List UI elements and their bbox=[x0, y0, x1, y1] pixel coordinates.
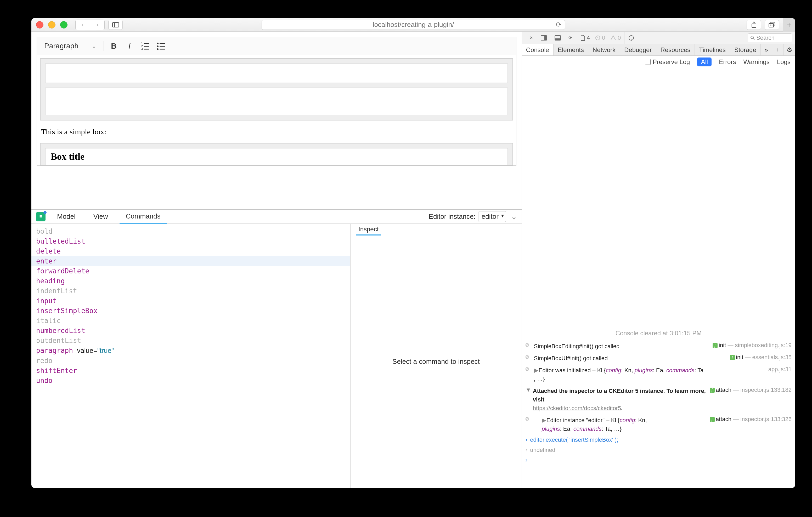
simple-box-empty[interactable] bbox=[40, 58, 513, 121]
devtools-search[interactable]: Search bbox=[748, 33, 792, 42]
editor-area: Paragraph ⌄ B I 123 bbox=[31, 32, 522, 209]
command-redo[interactable]: redo bbox=[31, 356, 350, 366]
svg-line-31 bbox=[753, 38, 754, 40]
devtools-settings-button[interactable]: ⚙ bbox=[784, 44, 795, 55]
devtools-tab-network[interactable]: Network bbox=[588, 44, 620, 55]
devtools-tab-debugger[interactable]: Debugger bbox=[620, 44, 656, 55]
devtools-tab-storage[interactable]: Storage bbox=[730, 44, 761, 55]
command-italic[interactable]: italic bbox=[31, 316, 350, 326]
time-badge[interactable]: 0 bbox=[592, 34, 608, 41]
command-forwardDelete[interactable]: forwardDelete bbox=[31, 266, 350, 276]
command-numberedList[interactable]: numberedList bbox=[31, 326, 350, 336]
warnings-badge[interactable]: 0 bbox=[608, 34, 624, 41]
simple-box-filled[interactable]: Box title bbox=[40, 143, 513, 165]
devtools-tab-more[interactable]: » bbox=[761, 44, 772, 55]
devtools-toolbar: ✕ ⟳ 4 0 0 bbox=[522, 32, 795, 44]
ckeditor-content[interactable]: This is a simple box: Box title bbox=[37, 55, 516, 165]
collapse-inspector-button[interactable]: ⌄ bbox=[511, 212, 517, 221]
zoom-window-button[interactable] bbox=[60, 21, 67, 29]
filter-logs[interactable]: Logs bbox=[777, 58, 790, 66]
console-line[interactable]: ▼ Attached the inspector to a CKEditor 5… bbox=[522, 385, 795, 414]
console-history-line[interactable]: ›editor.execute( 'insertSimpleBox' ); bbox=[522, 435, 795, 445]
devtools-tab-console[interactable]: Console bbox=[522, 44, 554, 55]
toolbar-right bbox=[747, 20, 779, 30]
svg-point-12 bbox=[157, 42, 158, 44]
resources-badge[interactable]: 4 bbox=[578, 34, 592, 41]
command-shiftEnter[interactable]: shiftEnter bbox=[31, 366, 350, 375]
minimize-window-button[interactable] bbox=[48, 21, 55, 29]
url-bar[interactable]: localhost/creating-a-plugin/ ⟳ bbox=[262, 20, 565, 30]
inspector-tabbar: ≡ Model View Commands Editor instance: e… bbox=[31, 210, 522, 224]
titlebar: ‹ › localhost/creating-a-plugin/ ⟳ + bbox=[31, 18, 795, 32]
inspect-pane: Inspect Select a command to inspect bbox=[351, 224, 522, 488]
svg-text:2: 2 bbox=[141, 45, 143, 48]
inspect-empty-message: Select a command to inspect bbox=[351, 235, 522, 488]
tabs-button[interactable] bbox=[765, 20, 779, 30]
ckeditor-toolbar: Paragraph ⌄ B I 123 bbox=[37, 37, 516, 55]
console-prompt[interactable]: › bbox=[522, 455, 795, 465]
simple-box-title-empty[interactable] bbox=[45, 63, 508, 83]
close-devtools-button[interactable]: ✕ bbox=[525, 32, 538, 44]
bold-button[interactable]: B bbox=[107, 39, 121, 53]
command-input[interactable]: input bbox=[31, 296, 350, 306]
devtools-tab-new[interactable]: + bbox=[772, 44, 784, 55]
new-tab-button[interactable]: + bbox=[783, 18, 795, 32]
sidebar-toggle-button[interactable] bbox=[108, 20, 123, 30]
command-outdentList[interactable]: outdentList bbox=[31, 336, 350, 345]
filter-all[interactable]: All bbox=[697, 58, 712, 66]
console-line[interactable]: ⎚ ▶Editor instance "editor" – Kl {config… bbox=[522, 414, 795, 435]
simple-box-title[interactable]: Box title bbox=[45, 148, 508, 165]
element-selection-button[interactable] bbox=[625, 32, 638, 44]
console-line[interactable]: ⎚ SimpleBoxUI#init() got called ƒinit — … bbox=[522, 352, 795, 364]
inspector-tab-commands[interactable]: Commands bbox=[120, 210, 167, 224]
command-indentList[interactable]: indentList bbox=[31, 286, 350, 296]
command-enter[interactable]: enter bbox=[31, 256, 350, 266]
bulleted-list-button[interactable] bbox=[153, 39, 168, 53]
inspect-tab[interactable]: Inspect bbox=[356, 224, 381, 236]
document-icon bbox=[580, 35, 585, 41]
inspector-tab-model[interactable]: Model bbox=[51, 210, 82, 224]
share-button[interactable] bbox=[747, 20, 761, 30]
safari-devtools: ✕ ⟳ 4 0 0 bbox=[522, 32, 795, 488]
close-window-button[interactable] bbox=[36, 21, 44, 29]
nav-buttons: ‹ › bbox=[75, 20, 105, 30]
bold-icon: B bbox=[111, 41, 117, 51]
svg-rect-4 bbox=[769, 24, 774, 27]
command-paragraph[interactable]: paragraph value="true" bbox=[31, 345, 350, 356]
devtools-tab-resources[interactable]: Resources bbox=[656, 44, 695, 55]
devtools-tab-elements[interactable]: Elements bbox=[554, 44, 588, 55]
instance-select[interactable]: editor bbox=[478, 211, 506, 222]
numbered-list-button[interactable]: 123 bbox=[138, 39, 152, 53]
back-button[interactable]: ‹ bbox=[76, 20, 90, 30]
preserve-log-checkbox[interactable]: Preserve Log bbox=[645, 58, 690, 66]
svg-point-30 bbox=[751, 36, 753, 39]
dock-side-button[interactable] bbox=[538, 32, 550, 44]
instance-label: Editor instance: bbox=[429, 213, 475, 221]
filter-errors[interactable]: Errors bbox=[719, 58, 736, 66]
simple-box-body-empty[interactable] bbox=[45, 88, 508, 115]
command-bulletedList[interactable]: bulletedList bbox=[31, 236, 350, 246]
paragraph-text[interactable]: This is a simple box: bbox=[41, 127, 512, 136]
svg-rect-19 bbox=[544, 35, 547, 40]
console-line[interactable]: ⎚ SimpleBoxEditing#init() got called ƒin… bbox=[522, 340, 795, 352]
devtools-tab-timelines[interactable]: Timelines bbox=[695, 44, 730, 55]
reload-icon[interactable]: ⟳ bbox=[556, 21, 562, 29]
commands-list[interactable]: boldbulletedListdeleteenterforwardDelete… bbox=[31, 224, 351, 488]
reload-devtools-button[interactable]: ⟳ bbox=[564, 32, 577, 44]
console-line[interactable]: ⎚ ▶Editor was initialized – Kl {config: … bbox=[522, 364, 795, 385]
url-text: localhost/creating-a-plugin/ bbox=[373, 21, 454, 29]
inspector-logo-icon: ≡ bbox=[36, 212, 46, 221]
italic-button[interactable]: I bbox=[122, 39, 137, 53]
command-heading[interactable]: heading bbox=[31, 276, 350, 286]
forward-button[interactable]: › bbox=[90, 20, 105, 30]
command-bold[interactable]: bold bbox=[31, 226, 350, 236]
command-insertSimpleBox[interactable]: insertSimpleBox bbox=[31, 306, 350, 316]
command-delete[interactable]: delete bbox=[31, 246, 350, 256]
ckeditor: Paragraph ⌄ B I 123 bbox=[37, 37, 516, 166]
heading-dropdown[interactable]: Paragraph ⌄ bbox=[39, 39, 101, 53]
inspector-tab-view[interactable]: View bbox=[87, 210, 114, 224]
filter-warnings[interactable]: Warnings bbox=[743, 58, 770, 66]
console-output[interactable]: Console cleared at 3:01:15 PM ⎚ SimpleBo… bbox=[522, 68, 795, 488]
dock-bottom-button[interactable] bbox=[551, 32, 564, 44]
command-undo[interactable]: undo bbox=[31, 375, 350, 386]
